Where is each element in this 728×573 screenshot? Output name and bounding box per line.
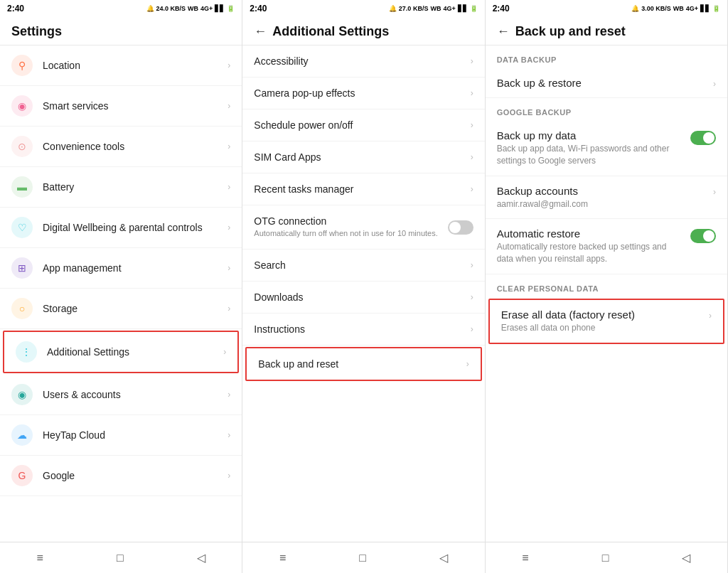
settings-label-5: App management [43,262,228,274]
settings-item-storage[interactable]: ○ Storage › [0,289,242,329]
chevron-icon-p2-4: › [471,184,473,194]
settings-label-2: Convenience tools [43,140,228,153]
time-2: 2:40 [250,4,267,14]
additional-item-accessibility[interactable]: Accessibility › [242,45,484,77]
settings-icon-8: ◉ [11,384,33,405]
nav-menu-btn-3[interactable]: ≡ [510,546,540,570]
settings-item-location[interactable]: ⚲ Location › [0,45,242,86]
section-header-0: DATA BACKUP [486,45,727,68]
backup-item-automatic-restore[interactable]: Automatic restore Automatically restore … [486,219,727,274]
chevron-icon-9: › [228,430,230,440]
backup-reset-panel: 2:40 🔔 3.00 KB/S WB 4G+ ▋▋ 🔋 ← Back up a… [486,0,728,573]
nav-back-btn-3[interactable]: ◁ [670,545,702,570]
panel3-back-button[interactable]: ← [497,24,510,39]
status-bar-1: 2:40 🔔 24.0 KB/S WB 4G+ ▋▋ 🔋 [0,0,242,17]
nav-home-btn-1[interactable]: □ [105,546,135,570]
settings-label-10: Google [43,469,228,482]
panel1-bottom-nav: ≡ □ ◁ [0,542,242,573]
settings-item-convenience-tools[interactable]: ⊙ Convenience tools › [0,127,242,167]
settings-icon-6: ○ [11,298,33,319]
settings-label-0: Location [43,59,228,72]
chevron-icon-7: › [223,347,226,357]
chevron-icon-p2-6: › [471,260,473,270]
backup-label-1-1: Backup accounts [497,185,707,197]
chevron-icon-p2-2: › [471,120,473,130]
chevron-icon-8: › [228,390,230,400]
settings-item-battery[interactable]: ▬ Battery › [0,167,242,208]
backup-item-backup-accounts[interactable]: Backup accounts aamir.rawal@gmail.com › [486,176,727,220]
backup-label-2-0: Erase all data (factory reset) [501,309,703,321]
backup-label-0-0: Back up & restore [497,77,707,89]
additional-label-1: Camera pop-up effects [254,87,464,99]
chevron-icon-0: › [228,60,230,70]
additional-label-3: SIM Card Apps [254,151,464,163]
settings-label-9: HeyTap Cloud [43,429,228,441]
nav-back-btn-2[interactable]: ◁ [428,545,459,570]
status-icons-1: 🔔 24.0 KB/S WB 4G+ ▋▋ 🔋 [146,5,235,12]
backup-content-2-0: Erase all data (factory reset) Erases al… [501,309,703,334]
backup-item-erase-all-data-factory-reset[interactable]: Erase all data (factory reset) Erases al… [488,299,724,344]
additional-content-2: Schedule power on/off [254,119,464,131]
section-header-1: GOOGLE BACKUP [486,98,727,121]
additional-item-instructions[interactable]: Instructions › [242,314,484,346]
status-icons-3: 🔔 3.00 KB/S WB 4G+ ▋▋ 🔋 [631,5,720,12]
settings-icon-9: ☁ [11,424,33,446]
panel3-title: Back up and reset [515,24,626,39]
settings-item-additional-settings[interactable]: ⋮ Additional Settings › [3,331,239,373]
additional-item-search[interactable]: Search › [242,250,484,282]
additional-item-downloads[interactable]: Downloads › [242,282,484,314]
additional-content-9: Back up and reset [258,358,460,370]
chevron-icon-3: › [228,182,230,192]
settings-item-app-management[interactable]: ⊞ App management › [0,248,242,289]
settings-icon-7: ⋮ [16,341,37,363]
backup-label-1-0: Back up my data [497,129,685,141]
chevron-icon-5: › [228,263,230,273]
additional-item-otg-connection[interactable]: OTG connection Automatically turn off wh… [242,205,484,250]
toggle-5[interactable] [448,220,473,235]
chevron-icon-p2-1: › [471,88,473,98]
panel2-back-button[interactable]: ← [254,24,267,39]
settings-item-digital-wellbeing--parental-controls[interactable]: ♡ Digital Wellbeing & parental controls … [0,208,242,248]
settings-item-users--accounts[interactable]: ◉ Users & accounts › [0,375,242,415]
chevron-p3-0-0: › [713,79,716,89]
settings-item-heytap-cloud[interactable]: ☁ HeyTap Cloud › [0,415,242,456]
additional-content-0: Accessibility [254,55,464,67]
panel2-bottom-nav: ≡ □ ◁ [242,542,484,573]
toggle-p3-1-0[interactable] [690,131,716,145]
chevron-p3-2-0: › [709,311,712,321]
settings-icon-1: ◉ [11,95,33,117]
chevron-icon-6: › [228,304,230,314]
panel3-bottom-nav: ≡ □ ◁ [486,542,727,573]
additional-sub-5: Automatically turn off when not in use f… [254,228,441,239]
settings-icon-10: G [11,465,33,486]
settings-item-google[interactable]: G Google › [0,456,242,496]
additional-label-8: Instructions [254,323,464,335]
backup-label-1-2: Automatic restore [497,227,685,240]
settings-icon-2: ⊙ [11,136,33,157]
nav-home-btn-2[interactable]: □ [348,546,378,570]
backup-item-back-up--restore[interactable]: Back up & restore › [486,68,727,98]
panel2-header: ← Additional Settings [242,17,484,45]
toggle-p3-1-2[interactable] [690,229,716,243]
backup-content-1-2: Automatic restore Automatically restore … [497,227,685,265]
additional-label-7: Downloads [254,291,464,303]
nav-menu-btn-2[interactable]: ≡ [268,546,297,570]
backup-item-back-up-my-data[interactable]: Back up my data Back up app data, Wi-Fi … [486,121,727,176]
additional-content-7: Downloads [254,291,464,303]
settings-label-6: Storage [43,302,228,315]
nav-back-btn-1[interactable]: ◁ [186,545,217,570]
additional-item-back-up-and-reset[interactable]: Back up and reset › [245,347,481,381]
additional-item-schedule-power-onoff[interactable]: Schedule power on/off › [242,109,484,141]
additional-item-camera-pop-up-effects[interactable]: Camera pop-up effects › [242,77,484,109]
panel3-content: DATA BACKUP Back up & restore › GOOGLE B… [486,45,727,542]
nav-menu-btn-1[interactable]: ≡ [26,546,55,570]
additional-item-recent-tasks-manager[interactable]: Recent tasks manager › [242,173,484,205]
nav-home-btn-3[interactable]: □ [591,546,621,570]
panel1-header: Settings [0,17,242,45]
additional-item-sim-card-apps[interactable]: SIM Card Apps › [242,141,484,173]
settings-item-smart-services[interactable]: ◉ Smart services › [0,86,242,127]
backup-content-0-0: Back up & restore [497,77,707,89]
settings-icon-5: ⊞ [11,257,33,279]
additional-content-8: Instructions [254,323,464,335]
additional-label-5: OTG connection [254,215,441,227]
